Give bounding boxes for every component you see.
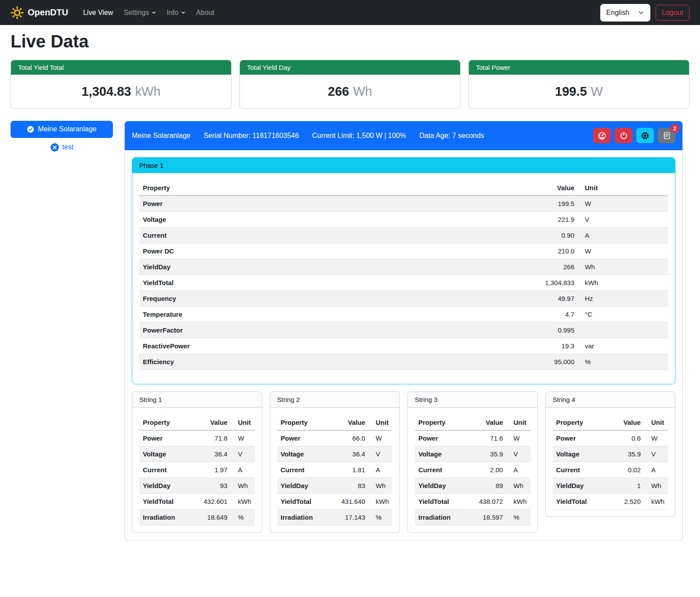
- table-header-row: PropertyValueUnit: [415, 415, 530, 431]
- table-row: Power71.6W: [415, 430, 530, 446]
- table-cell: W: [578, 195, 668, 211]
- table-cell: 0.90: [525, 227, 578, 243]
- card-unit: Wh: [353, 84, 372, 98]
- table-row: Current0.90A: [139, 227, 668, 243]
- column-header: Value: [197, 415, 231, 431]
- language-select[interactable]: English: [600, 4, 650, 22]
- inverter-select-label: Meine Solaranlage: [38, 125, 96, 133]
- table-cell: Wh: [578, 259, 668, 275]
- table-cell: Irradiation: [277, 509, 335, 525]
- inverter-serial: Serial Number: 116171603546: [203, 132, 299, 140]
- nav-item-settings[interactable]: Settings: [118, 5, 161, 20]
- table-row: YieldDay89Wh: [415, 478, 530, 493]
- nav-item-live-view[interactable]: Live View: [78, 5, 118, 20]
- table-cell: 431.640: [334, 493, 369, 509]
- string-table: PropertyValueUnit Power66.0WVoltage36.4V…: [277, 415, 393, 525]
- table-row: Temperature4.7°C: [139, 306, 668, 322]
- column-header: Property: [553, 415, 610, 431]
- table-cell: kWh: [231, 493, 255, 509]
- table-cell: Frequency: [139, 290, 525, 306]
- table-row: ReactivePower19.3var: [139, 338, 668, 354]
- table-cell: 83: [334, 478, 369, 493]
- table-cell: 4.7: [525, 306, 578, 322]
- inverter-select-button[interactable]: Meine Solaranlage: [11, 121, 113, 138]
- card-title: Total Yield Total: [11, 60, 231, 75]
- navbar: OpenDTU Live ViewSettingsInfoAbout Engli…: [0, 0, 700, 25]
- table-cell: A: [644, 462, 668, 478]
- table-cell: 266: [525, 259, 578, 275]
- table-row: Voltage221.9V: [139, 211, 668, 227]
- table-cell: YieldDay: [139, 259, 525, 275]
- journal-text-icon: [663, 131, 671, 140]
- table-row: YieldDay83Wh: [277, 478, 393, 493]
- card-value-row: 1,304.83kWh: [11, 75, 231, 109]
- table-cell: W: [644, 430, 668, 446]
- table-cell: W: [578, 243, 668, 259]
- brand[interactable]: OpenDTU: [11, 6, 68, 19]
- inverter-data-age: Data Age: 7 seconds: [419, 132, 484, 140]
- table-cell: A: [507, 462, 530, 478]
- table-cell: Power DC: [139, 243, 525, 259]
- inverter-sidebar: Meine Solaranlage test: [11, 121, 113, 152]
- inverter-card: Meine Solaranlage Serial Number: 1161716…: [124, 121, 683, 540]
- nav-item-label: Info: [167, 9, 178, 17]
- table-cell: YieldTotal: [553, 493, 610, 509]
- column-header: Property: [139, 415, 197, 431]
- limit-settings-button[interactable]: [593, 128, 611, 143]
- table-row: Voltage35.9V: [553, 446, 668, 462]
- card-title: Total Yield Day: [240, 60, 460, 75]
- table-cell: %: [231, 509, 255, 525]
- total-power-card: Total Power 199.5W: [468, 60, 689, 109]
- string-title: String 1: [132, 392, 262, 408]
- table-cell: 89: [472, 478, 507, 493]
- table-row: Irradiation18.649%: [139, 509, 255, 525]
- table-cell: Voltage: [139, 446, 197, 462]
- table-cell: 1.97: [197, 462, 231, 478]
- string-body: PropertyValueUnit Power71.6WVoltage35.9V…: [408, 408, 537, 525]
- summary-row: Total Yield Total 1,304.83kWh Total Yiel…: [11, 60, 689, 109]
- column-header: Property: [139, 180, 525, 196]
- string-table: PropertyValueUnit Power71.6WVoltage35.9V…: [415, 415, 530, 525]
- chevron-down-icon: [152, 12, 156, 14]
- table-row: YieldTotal2.520kWh: [553, 493, 668, 509]
- string-title: String 3: [408, 392, 537, 408]
- table-cell: 210.0: [525, 243, 578, 259]
- check-circle-icon: [27, 126, 34, 133]
- sun-logo-icon: [11, 6, 24, 19]
- power-icon: [620, 131, 628, 140]
- table-cell: 0.6: [610, 430, 644, 446]
- column-header: Unit: [507, 415, 530, 431]
- device-info-button[interactable]: [636, 128, 654, 143]
- table-cell: Wh: [644, 478, 668, 493]
- string-table: PropertyValueUnit Power0.6WVoltage35.9VC…: [553, 415, 668, 510]
- card-value: 266: [328, 84, 349, 98]
- table-cell: Efficiency: [139, 354, 525, 369]
- nav-item-info[interactable]: Info: [161, 5, 191, 20]
- table-row: Current2.00A: [415, 462, 530, 478]
- logout-button[interactable]: Logout: [656, 5, 689, 21]
- nav-item-about[interactable]: About: [191, 5, 220, 20]
- table-row: Power66.0W: [277, 430, 393, 446]
- table-cell: Temperature: [139, 306, 525, 322]
- table-row: Voltage36.4V: [277, 446, 393, 462]
- table-row: Power199.5W: [139, 195, 668, 211]
- table-cell: Voltage: [139, 211, 525, 227]
- brand-label: OpenDTU: [28, 7, 68, 18]
- event-log-button[interactable]: 2: [658, 128, 675, 143]
- table-cell: 199.5: [525, 195, 578, 211]
- table-cell: kWh: [507, 493, 530, 509]
- column-header: Value: [334, 415, 369, 431]
- string-card: String 4 PropertyValueUnit Power0.6WVolt…: [545, 391, 676, 517]
- inverter-item-test[interactable]: test: [11, 143, 113, 152]
- page-title: Live Data: [11, 32, 689, 51]
- inverter-actions: 2: [593, 128, 675, 143]
- table-row: Voltage35.9V: [415, 446, 530, 462]
- power-button[interactable]: [615, 128, 632, 143]
- table-cell: 66.0: [334, 430, 369, 446]
- table-row: YieldDay93Wh: [139, 478, 255, 493]
- table-cell: Power: [139, 430, 197, 446]
- table-cell: YieldDay: [553, 478, 610, 493]
- phase-body: PropertyValueUnit Power199.5WVoltage221.…: [132, 173, 675, 384]
- event-count-badge: 2: [670, 124, 679, 133]
- table-cell: 35.9: [610, 446, 644, 462]
